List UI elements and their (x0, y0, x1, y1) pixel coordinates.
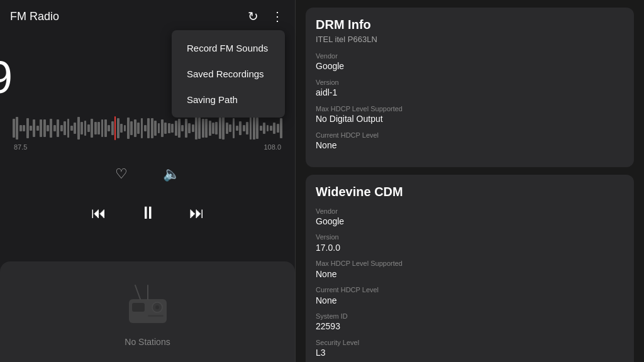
wv-label-vendor: Vendor (316, 207, 624, 216)
wv-field-version: Version 17.0.0 (316, 233, 624, 254)
wv-field-security-level: Security Level L3 (316, 338, 624, 359)
svg-line-5 (135, 285, 140, 299)
header-icons: ↻ ⋮ (247, 8, 285, 25)
no-stations-label: No Stations (125, 337, 170, 347)
svg-rect-4 (148, 315, 164, 317)
dropdown-menu: Record FM Sounds Saved Recordings Saving… (172, 30, 285, 118)
wv-field-system-id: System ID 22593 (316, 312, 624, 333)
fm-header: FM Radio ↻ ⋮ (0, 0, 295, 33)
waveform-container: 87.5 108.0 (0, 116, 295, 151)
wv-label-security-level: Security Level (316, 338, 624, 347)
widevine-cdm-card: Widevine CDM Vendor Google Version 17.0.… (306, 175, 634, 362)
play-pause-button[interactable]: ⏸ (134, 197, 162, 228)
drm-field-current-hdcp: Current HDCP Level None (316, 131, 624, 152)
fm-bottom-stations: No Stations (0, 261, 295, 362)
favorite-button[interactable]: ♡ (110, 161, 133, 187)
drm-label-current-hdcp: Current HDCP Level (316, 131, 624, 140)
more-options-button[interactable]: ⋮ (270, 8, 285, 25)
waveform (13, 116, 282, 141)
wv-value-current-hdcp: None (316, 295, 624, 307)
svg-point-3 (155, 305, 159, 309)
next-button[interactable]: ⏭ (184, 199, 209, 227)
drm-field-vendor: Vendor Google (316, 52, 624, 73)
freq-start: 87.5 (14, 143, 27, 151)
drm-panel: DRM Info ITEL itel P663LN Vendor Google … (296, 0, 644, 362)
drm-label-version: Version (316, 78, 624, 87)
drm-value-vendor: Google (316, 60, 624, 73)
saved-recordings-item[interactable]: Saved Recordings (172, 61, 285, 87)
drm-field-max-hdcp: Max HDCP Level Supported No Digital Outp… (316, 104, 624, 126)
svg-rect-1 (132, 303, 145, 312)
wv-value-security-level: L3 (316, 347, 624, 359)
drm-value-version: aidl-1 (316, 87, 624, 99)
drm-label-max-hdcp: Max HDCP Level Supported (316, 104, 624, 113)
drm-value-max-hdcp: No Digital Output (316, 113, 624, 126)
prev-button[interactable]: ⏮ (86, 199, 111, 227)
freq-labels: 87.5 108.0 (13, 143, 282, 151)
wv-value-max-hdcp: None (316, 268, 624, 281)
refresh-button[interactable]: ↻ (247, 8, 260, 25)
wv-label-current-hdcp: Current HDCP Level (316, 285, 624, 294)
drm-info-card: DRM Info ITEL itel P663LN Vendor Google … (306, 8, 634, 167)
wv-value-vendor: Google (316, 216, 624, 228)
volume-button[interactable]: 🔈 (158, 161, 185, 187)
wv-value-version: 17.0.0 (316, 242, 624, 255)
wv-field-vendor: Vendor Google (316, 207, 624, 228)
fm-secondary-controls: ♡ 🔈 (110, 161, 185, 187)
wv-field-current-hdcp: Current HDCP Level None (316, 285, 624, 307)
wv-label-system-id: System ID (316, 312, 624, 321)
drm-value-current-hdcp: None (316, 140, 624, 152)
fm-radio-panel: FM Radio ↻ ⋮ Record FM Sounds Saved Reco… (0, 0, 296, 362)
wv-field-max-hdcp: Max HDCP Level Supported None (316, 259, 624, 280)
drm-device-name: ITEL itel P663LN (316, 35, 624, 44)
radio-icon (123, 280, 173, 331)
drm-field-version: Version aidl-1 (316, 78, 624, 99)
playback-controls: ⏮ ⏸ ⏭ (86, 197, 209, 228)
freq-end: 108.0 (264, 143, 281, 151)
drm-label-vendor: Vendor (316, 52, 624, 60)
drm-title: DRM Info (316, 18, 624, 32)
record-fm-sounds-item[interactable]: Record FM Sounds (172, 35, 285, 61)
wv-label-max-hdcp: Max HDCP Level Supported (316, 259, 624, 268)
widevine-title: Widevine CDM (316, 185, 624, 199)
wv-label-version: Version (316, 233, 624, 241)
wv-value-system-id: 22593 (316, 321, 624, 333)
saving-path-item[interactable]: Saving Path (172, 87, 285, 112)
fm-title: FM Radio (10, 10, 59, 23)
frequency-display: 9 (0, 52, 13, 103)
